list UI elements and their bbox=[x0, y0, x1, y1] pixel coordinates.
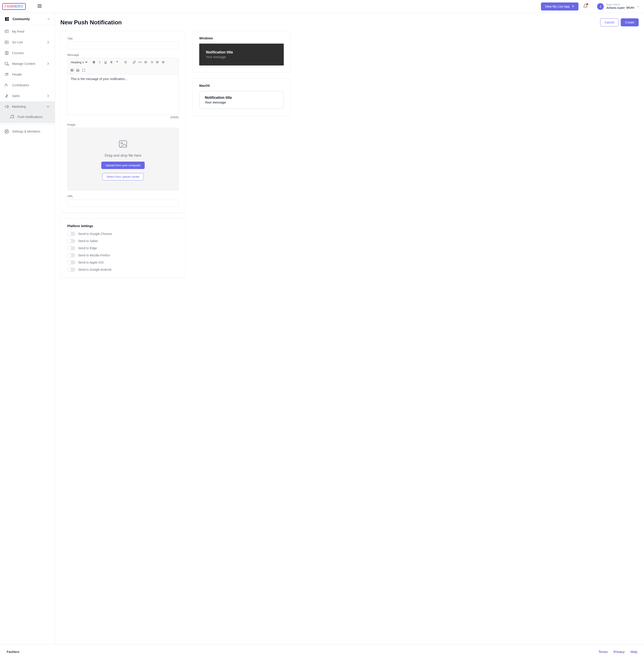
sidebar-item-courses[interactable]: Courses bbox=[0, 48, 55, 58]
image-label: Image bbox=[67, 123, 179, 126]
macos-preview-label: MacOS bbox=[199, 84, 284, 88]
message-label: Message bbox=[67, 53, 179, 56]
svg-point-14 bbox=[13, 115, 14, 116]
external-link-icon bbox=[571, 5, 574, 8]
save-icon[interactable] bbox=[75, 68, 80, 73]
svg-rect-36 bbox=[119, 141, 127, 147]
align-icon[interactable] bbox=[123, 60, 128, 65]
sidebar-item-sales[interactable]: Sales bbox=[0, 91, 55, 101]
svg-point-15 bbox=[6, 131, 7, 132]
sidebar-item-people[interactable]: People bbox=[0, 69, 55, 80]
sidebar-item-push[interactable]: Push Notifications bbox=[10, 112, 55, 123]
outdent-icon[interactable] bbox=[155, 60, 160, 65]
code-icon[interactable] bbox=[137, 60, 143, 65]
courses-icon bbox=[4, 51, 9, 55]
user-menu[interactable]: J Super Admin Juliana.super_WUHI bbox=[597, 3, 640, 10]
chevron-right-icon bbox=[46, 94, 50, 98]
ol-icon[interactable] bbox=[149, 60, 154, 65]
title-input[interactable] bbox=[67, 42, 179, 49]
image-icon[interactable] bbox=[69, 68, 75, 73]
platform-settings-title: Platform Settings bbox=[67, 224, 179, 228]
quote-icon[interactable]: ❝ bbox=[114, 60, 120, 65]
toggle-label: Send to Google Chrome bbox=[78, 232, 112, 236]
select-upload-center-button[interactable]: Select from upload center bbox=[102, 173, 144, 181]
footer-terms[interactable]: Terms bbox=[599, 650, 608, 654]
gear-icon bbox=[4, 129, 9, 134]
heading-select[interactable]: Heading 1 bbox=[69, 60, 88, 65]
underline-icon[interactable]: U bbox=[103, 60, 108, 65]
dropzone-text: Drag and drop file here bbox=[105, 154, 141, 158]
feed-icon bbox=[4, 29, 9, 34]
community-icon bbox=[4, 17, 9, 21]
bell-unread-dot bbox=[586, 3, 588, 5]
toggle-label: Send to Safari bbox=[78, 239, 98, 243]
image-dropzone[interactable]: Drag and drop file here Upload from your… bbox=[67, 128, 179, 190]
golive-icon bbox=[4, 40, 9, 45]
cancel-button[interactable]: Cancel bbox=[600, 18, 619, 26]
windows-preview-label: Windows bbox=[199, 37, 284, 40]
link-icon[interactable] bbox=[132, 60, 137, 65]
svg-point-37 bbox=[121, 142, 122, 144]
url-input[interactable] bbox=[67, 199, 179, 207]
svg-rect-6 bbox=[5, 30, 8, 33]
logo[interactable]: FANHERO bbox=[2, 3, 26, 10]
footer-privacy[interactable]: Privacy bbox=[614, 650, 625, 654]
svg-point-10 bbox=[7, 64, 8, 66]
toggle-ios[interactable] bbox=[67, 260, 75, 264]
marketing-icon bbox=[4, 104, 9, 109]
image-placeholder-icon bbox=[118, 139, 128, 149]
toggle-chrome[interactable] bbox=[67, 232, 75, 236]
toggle-label: Send to Google Android bbox=[78, 268, 111, 272]
community-selector[interactable]: Community bbox=[0, 13, 55, 25]
sidebar-item-marketing[interactable]: Marketing bbox=[0, 101, 55, 112]
footer-brand: FanHero bbox=[7, 650, 20, 654]
page-title: New Push Notification bbox=[60, 19, 122, 26]
footer-help[interactable]: Help bbox=[630, 650, 637, 654]
svg-marker-8 bbox=[6, 42, 7, 43]
chevron-down-icon bbox=[637, 5, 640, 8]
toggle-android[interactable] bbox=[67, 267, 75, 272]
chevron-down-icon bbox=[46, 104, 50, 109]
toggle-edge[interactable] bbox=[67, 246, 75, 250]
sales-icon bbox=[4, 94, 9, 98]
view-live-app-button[interactable]: View My Live App bbox=[541, 2, 578, 10]
message-editor[interactable]: This is the message of your notification… bbox=[68, 74, 179, 115]
user-name: Juliana.super_WUHI bbox=[606, 6, 634, 9]
toggle-label: Send to Mozilla Firefox bbox=[78, 254, 110, 257]
toggle-label: Send to Edge bbox=[78, 246, 97, 250]
italic-icon[interactable]: I bbox=[97, 60, 102, 65]
indent-icon[interactable] bbox=[161, 60, 166, 65]
sidebar-item-settings[interactable]: Settings & Members bbox=[0, 126, 55, 137]
chevron-right-icon bbox=[46, 40, 50, 45]
strike-icon[interactable]: S bbox=[109, 60, 114, 65]
svg-rect-7 bbox=[5, 41, 8, 44]
upload-button[interactable]: Upload from your computer bbox=[101, 162, 145, 169]
chevron-right-icon bbox=[46, 62, 50, 66]
user-role: Super Admin bbox=[606, 3, 634, 6]
svg-rect-9 bbox=[5, 62, 8, 65]
svg-point-13 bbox=[5, 84, 6, 85]
sidebar-item-golive[interactable]: Go Live bbox=[0, 37, 55, 48]
toggle-safari[interactable] bbox=[67, 239, 75, 243]
push-icon bbox=[10, 115, 14, 119]
avatar: J bbox=[597, 3, 604, 10]
ul-icon[interactable] bbox=[143, 60, 148, 65]
notifications-bell[interactable] bbox=[583, 4, 588, 9]
svg-rect-3 bbox=[5, 17, 7, 21]
sidebar-item-contributors[interactable]: Contributors bbox=[0, 80, 55, 91]
windows-preview: Notification title Your message bbox=[199, 44, 284, 66]
people-icon bbox=[4, 72, 9, 77]
toggle-label: Send to Apple iOS bbox=[78, 261, 104, 264]
sidebar-toggle[interactable] bbox=[37, 3, 42, 9]
svg-point-35 bbox=[71, 70, 72, 70]
contributors-icon bbox=[4, 83, 9, 88]
bold-icon[interactable]: B bbox=[91, 60, 97, 65]
title-label: Title bbox=[67, 37, 179, 40]
sidebar-item-content[interactable]: Manage Content bbox=[0, 58, 55, 69]
create-button[interactable]: Create bbox=[621, 18, 639, 26]
toggle-firefox[interactable] bbox=[67, 253, 75, 257]
chevron-down-icon bbox=[47, 17, 50, 21]
sidebar-item-feed[interactable]: My Feed bbox=[0, 26, 55, 37]
fullscreen-icon[interactable] bbox=[81, 68, 86, 73]
svg-rect-4 bbox=[7, 17, 9, 19]
